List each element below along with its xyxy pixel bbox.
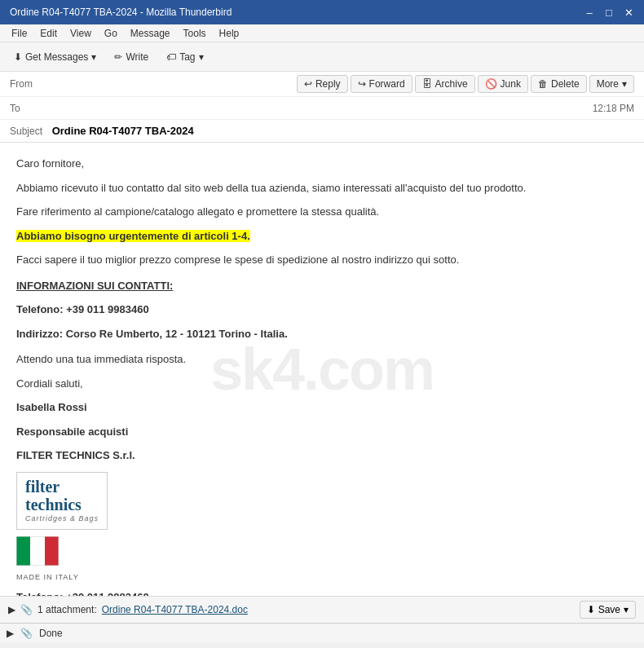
subject-row: Subject Ordine R04-T4077 TBA-2024 — [0, 120, 644, 142]
junk-button[interactable]: 🚫 Junk — [478, 75, 528, 93]
made-in-italy-text: MADE IN ITALY — [16, 572, 628, 584]
email-closing2: Cordiali saluti, — [16, 376, 628, 392]
minimize-button[interactable]: – — [580, 3, 598, 21]
email-address: Indirizzo: Corso Re Umberto, 12 - 10121 … — [16, 326, 628, 342]
delete-button[interactable]: 🗑 Delete — [531, 75, 587, 93]
menu-file[interactable]: File — [5, 26, 33, 41]
menu-go[interactable]: Go — [98, 26, 124, 41]
svg-rect-2 — [45, 536, 59, 566]
junk-icon: 🚫 — [485, 78, 497, 90]
svg-rect-1 — [30, 536, 45, 566]
status-expand-icon[interactable]: ▶ — [7, 628, 14, 639]
status-text: Done — [39, 628, 63, 639]
sig-company: FILTER TECHNICS S.r.l. — [16, 447, 628, 464]
menu-view[interactable]: View — [64, 26, 98, 41]
save-icon: ⬇ — [587, 604, 595, 615]
menu-tools[interactable]: Tools — [177, 26, 213, 41]
email-para-price: Facci sapere il tuo miglior prezzo compr… — [16, 252, 628, 268]
reply-button[interactable]: ↩ Reply — [297, 75, 348, 93]
write-button[interactable]: ✏ Write — [107, 47, 156, 67]
tag-icon: 🏷 — [166, 51, 176, 63]
delete-icon: 🗑 — [538, 78, 548, 90]
from-row: From ↩ Reply ↪ Forward 🗄 Archive 🚫 Junk … — [0, 72, 644, 97]
forward-icon: ↪ — [358, 78, 366, 90]
maximize-button[interactable]: □ — [600, 3, 618, 21]
chevron-down-icon: ▾ — [622, 78, 627, 90]
email-para-greeting: Caro fornitore, — [16, 156, 628, 172]
status-attach-icon: 📎 — [20, 628, 33, 639]
attachment-filename[interactable]: Ordine R04-T4077 TBA-2024.doc — [102, 604, 248, 615]
email-para-urgent: Abbiamo bisogno urgentemente di articoli… — [16, 228, 628, 245]
company-logo: filter technics Cartridges & Bags — [16, 472, 628, 531]
archive-icon: 🗄 — [422, 78, 432, 90]
attachment-actions: ⬇ Save ▾ — [580, 601, 636, 619]
get-messages-button[interactable]: ⬇ Get Messages ▾ — [7, 47, 104, 67]
sig-phone: Telefono: +39 011 9983460 — [16, 589, 628, 596]
save-button[interactable]: ⬇ Save ▾ — [580, 601, 636, 619]
contact-title-text: INFORMAZIONI SUI CONTATTI: — [16, 280, 173, 292]
sig-name: Isabella Rossi — [16, 399, 628, 416]
to-label: To — [10, 103, 55, 114]
expand-thread-icon[interactable]: ▶ — [8, 604, 15, 615]
logo-subtitle-text: Cartridges & Bags — [25, 514, 99, 525]
get-messages-icon: ⬇ — [14, 51, 22, 63]
more-button[interactable]: More ▾ — [589, 75, 634, 93]
attachment-info: ▶ 📎 1 attachment: Ordine R04-T4077 TBA-2… — [8, 604, 248, 615]
email-closing1: Attendo una tua immediata risposta. — [16, 351, 628, 368]
save-chevron-icon: ▾ — [624, 604, 629, 615]
close-button[interactable]: ✕ — [620, 3, 637, 21]
email-actions: ↩ Reply ↪ Forward 🗄 Archive 🚫 Junk 🗑 Del… — [297, 75, 634, 93]
subject-label: Subject — [10, 126, 42, 137]
menu-edit[interactable]: Edit — [33, 26, 64, 41]
reply-icon: ↩ — [304, 78, 312, 90]
tag-button[interactable]: 🏷 Tag ▾ — [159, 47, 210, 67]
menu-help[interactable]: Help — [213, 26, 246, 41]
attachment-count: 1 attachment: — [37, 604, 97, 615]
email-para-intro: Abbiamo ricevuto il tuo contatto dal sit… — [16, 180, 628, 196]
archive-button[interactable]: 🗄 Archive — [415, 75, 475, 93]
time-display: 12:18 PM — [593, 103, 634, 114]
flag-area: MADE IN ITALY — [16, 536, 628, 583]
chevron-down-icon: ▾ — [91, 51, 96, 63]
address-text: Indirizzo: Corso Re Umberto, 12 - 10121 … — [16, 328, 288, 340]
toolbar: ⬇ Get Messages ▾ ✏ Write 🏷 Tag ▾ — [0, 42, 644, 72]
highlighted-text: Abbiamo bisogno urgentemente di articoli… — [16, 230, 250, 242]
email-contact-title: INFORMAZIONI SUI CONTATTI: — [16, 278, 628, 294]
status-bar: ▶ 📎 Done — [0, 623, 644, 643]
from-label: From — [10, 78, 55, 90]
menu-message[interactable]: Message — [124, 26, 177, 41]
email-phone: Telefono: +39 011 9983460 — [16, 302, 628, 318]
menu-bar: File Edit View Go Message Tools Help — [0, 24, 644, 42]
email-body: sk4.com Caro fornitore, Abbiamo ricevuto… — [0, 143, 644, 596]
window-title: Ordine R04-T4077 TBA-2024 - Mozilla Thun… — [7, 7, 580, 18]
write-icon: ✏ — [114, 51, 122, 63]
phone-text: Telefono: +39 011 9983460 — [16, 303, 149, 315]
chevron-down-icon: ▾ — [199, 51, 204, 63]
title-bar: Ordine R04-T4077 TBA-2024 - Mozilla Thun… — [0, 0, 644, 24]
svg-rect-0 — [16, 536, 30, 566]
to-row: To 12:18 PM — [0, 97, 644, 120]
email-para-quality: Fare riferimento al campione/catalogo al… — [16, 204, 628, 220]
logo-technics-text: technics — [25, 496, 99, 514]
logo-box: filter technics Cartridges & Bags — [16, 472, 108, 531]
window-controls: – □ ✕ — [580, 3, 637, 21]
logo-filter-text: filter — [25, 478, 99, 496]
attachment-icon: 📎 — [20, 604, 33, 615]
attachment-bar: ▶ 📎 1 attachment: Ordine R04-T4077 TBA-2… — [0, 596, 644, 623]
subject-value: Ordine R04-T4077 TBA-2024 — [52, 125, 194, 137]
italy-flag-icon — [16, 536, 59, 566]
email-header: From ↩ Reply ↪ Forward 🗄 Archive 🚫 Junk … — [0, 72, 644, 143]
forward-button[interactable]: ↪ Forward — [351, 75, 412, 93]
sig-title: Responsabile acquisti — [16, 424, 628, 440]
